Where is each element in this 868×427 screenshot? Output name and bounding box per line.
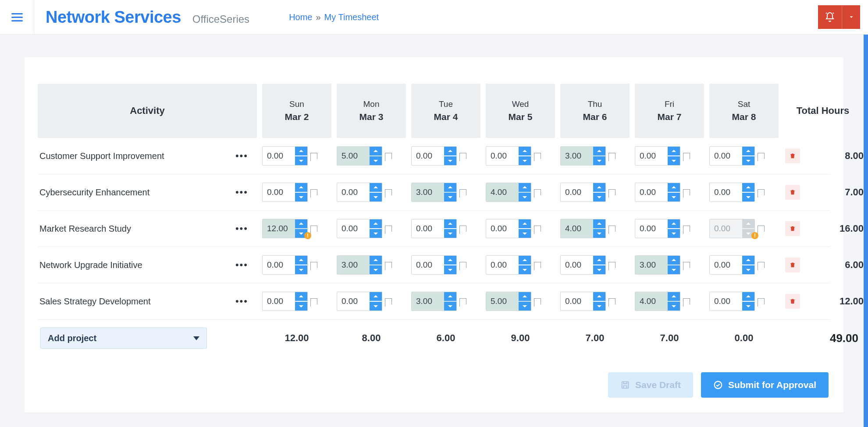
hours-input[interactable] bbox=[710, 219, 742, 238]
hours-input[interactable] bbox=[561, 219, 593, 238]
hours-input[interactable] bbox=[412, 292, 444, 311]
decrement-button[interactable] bbox=[370, 229, 382, 238]
decrement-button[interactable] bbox=[519, 156, 531, 165]
note-flag-icon[interactable] bbox=[608, 262, 615, 268]
decrement-button[interactable] bbox=[668, 302, 680, 311]
delete-row-button[interactable] bbox=[785, 294, 800, 309]
increment-button[interactable] bbox=[519, 256, 531, 265]
hours-input[interactable] bbox=[263, 219, 295, 238]
increment-button[interactable] bbox=[444, 147, 456, 155]
increment-button[interactable] bbox=[370, 256, 382, 265]
hours-input[interactable] bbox=[561, 147, 593, 165]
decrement-button[interactable] bbox=[295, 302, 307, 311]
hours-input[interactable] bbox=[486, 292, 519, 311]
decrement-button[interactable] bbox=[295, 156, 307, 165]
note-flag-icon[interactable] bbox=[758, 226, 765, 232]
hours-input[interactable] bbox=[635, 219, 668, 238]
increment-button[interactable] bbox=[370, 292, 382, 301]
submit-approval-button[interactable]: Submit for Approval bbox=[701, 372, 829, 398]
increment-button[interactable] bbox=[370, 147, 382, 155]
increment-button[interactable] bbox=[295, 256, 307, 265]
hours-input[interactable] bbox=[412, 183, 444, 201]
decrement-button[interactable] bbox=[370, 265, 382, 274]
decrement-button[interactable] bbox=[742, 302, 754, 311]
decrement-button[interactable] bbox=[444, 302, 456, 311]
hours-input[interactable] bbox=[710, 147, 742, 165]
note-flag-icon[interactable] bbox=[683, 153, 690, 159]
hours-input[interactable] bbox=[635, 292, 668, 311]
decrement-button[interactable] bbox=[444, 156, 456, 165]
hours-input[interactable] bbox=[486, 183, 519, 201]
decrement-button[interactable] bbox=[593, 156, 605, 165]
decrement-button[interactable] bbox=[593, 265, 605, 274]
increment-button[interactable] bbox=[295, 183, 307, 192]
hours-input[interactable] bbox=[561, 292, 593, 311]
hours-input[interactable] bbox=[263, 292, 295, 311]
breadcrumb-home[interactable]: Home bbox=[289, 12, 312, 22]
increment-button[interactable] bbox=[668, 219, 680, 228]
note-flag-icon[interactable] bbox=[385, 189, 392, 195]
hours-input[interactable] bbox=[635, 183, 668, 201]
notification-button[interactable] bbox=[818, 5, 842, 29]
row-menu-button[interactable]: ••• bbox=[231, 148, 253, 164]
decrement-button[interactable] bbox=[370, 193, 382, 201]
note-flag-icon[interactable] bbox=[385, 262, 392, 268]
increment-button[interactable] bbox=[444, 292, 456, 301]
increment-button[interactable] bbox=[295, 292, 307, 301]
decrement-button[interactable] bbox=[444, 193, 456, 201]
decrement-button[interactable] bbox=[370, 156, 382, 165]
increment-button[interactable] bbox=[668, 256, 680, 265]
save-draft-button[interactable]: Save Draft bbox=[608, 372, 693, 398]
increment-button[interactable] bbox=[519, 183, 531, 192]
hours-input[interactable] bbox=[412, 219, 444, 238]
note-flag-icon[interactable] bbox=[683, 226, 690, 232]
hours-input[interactable] bbox=[412, 147, 444, 165]
decrement-button[interactable] bbox=[444, 229, 456, 238]
note-flag-icon[interactable] bbox=[534, 298, 541, 304]
increment-button[interactable] bbox=[668, 292, 680, 301]
note-flag-icon[interactable] bbox=[758, 262, 765, 268]
hours-input[interactable] bbox=[561, 256, 593, 274]
increment-button[interactable] bbox=[593, 219, 605, 228]
increment-button[interactable] bbox=[444, 256, 456, 265]
hours-input[interactable] bbox=[710, 183, 742, 201]
decrement-button[interactable] bbox=[742, 156, 754, 165]
note-flag-icon[interactable] bbox=[385, 153, 392, 159]
row-menu-button[interactable]: ••• bbox=[231, 184, 253, 201]
hours-input[interactable] bbox=[635, 256, 668, 274]
decrement-button[interactable] bbox=[519, 302, 531, 311]
note-flag-icon[interactable] bbox=[758, 153, 765, 159]
increment-button[interactable] bbox=[742, 183, 754, 192]
note-flag-icon[interactable] bbox=[385, 298, 392, 304]
increment-button[interactable] bbox=[444, 219, 456, 228]
increment-button[interactable] bbox=[370, 219, 382, 228]
decrement-button[interactable] bbox=[295, 193, 307, 201]
increment-button[interactable] bbox=[742, 147, 754, 155]
scrollbar[interactable] bbox=[864, 35, 868, 427]
hours-input[interactable] bbox=[263, 256, 295, 274]
decrement-button[interactable] bbox=[370, 302, 382, 311]
row-menu-button[interactable]: ••• bbox=[231, 293, 253, 310]
hours-input[interactable] bbox=[486, 219, 519, 238]
note-flag-icon[interactable] bbox=[683, 298, 690, 304]
decrement-button[interactable] bbox=[593, 302, 605, 311]
note-flag-icon[interactable] bbox=[459, 153, 466, 159]
decrement-button[interactable] bbox=[742, 193, 754, 201]
increment-button[interactable] bbox=[742, 292, 754, 301]
decrement-button[interactable] bbox=[593, 193, 605, 201]
increment-button[interactable] bbox=[444, 183, 456, 192]
hours-input[interactable] bbox=[337, 256, 370, 274]
decrement-button[interactable] bbox=[668, 265, 680, 274]
decrement-button[interactable] bbox=[742, 265, 754, 274]
decrement-button[interactable] bbox=[295, 265, 307, 274]
note-flag-icon[interactable] bbox=[310, 298, 317, 304]
increment-button[interactable] bbox=[593, 183, 605, 192]
decrement-button[interactable] bbox=[519, 265, 531, 274]
increment-button[interactable] bbox=[370, 183, 382, 192]
note-flag-icon[interactable] bbox=[683, 262, 690, 268]
row-menu-button[interactable]: ••• bbox=[231, 257, 253, 273]
decrement-button[interactable] bbox=[668, 193, 680, 201]
hours-input[interactable] bbox=[561, 183, 593, 201]
note-flag-icon[interactable] bbox=[459, 298, 466, 304]
increment-button[interactable] bbox=[519, 147, 531, 155]
